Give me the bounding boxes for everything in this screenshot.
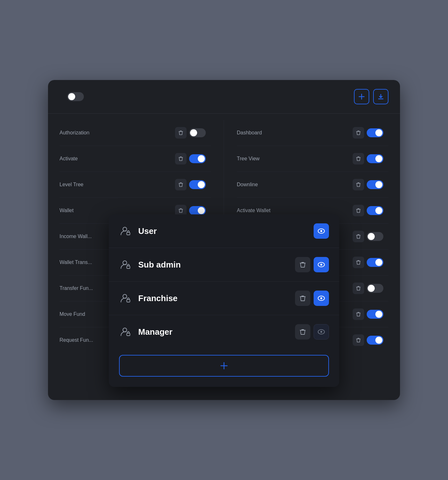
role-delete-button[interactable] [295,257,310,272]
role-delete-button[interactable] [295,324,310,340]
role-label: Franchise [138,293,289,303]
trash-icon [179,156,183,161]
permission-toggle[interactable] [367,206,383,215]
role-label: Manager [138,327,289,337]
delete-button[interactable] [353,231,364,242]
delete-button[interactable] [175,179,187,190]
permission-row: Authorization [60,120,211,146]
delete-button[interactable] [353,334,364,346]
permission-label: Authorization [60,130,175,136]
role-view-button[interactable] [314,324,329,340]
row-actions [353,231,383,242]
role-view-button[interactable] [314,223,329,239]
permission-label: Activate [60,156,175,162]
delete-button[interactable] [353,257,364,268]
row-actions [353,257,383,268]
toggle-knob [68,93,75,100]
toggle-knob [198,155,205,162]
role-view-button[interactable] [314,257,329,272]
svg-point-15 [123,328,127,332]
role-label: Sub admin [138,260,289,270]
role-actions [314,223,329,239]
trash-icon [356,286,361,291]
delete-button[interactable] [353,205,364,216]
delete-button[interactable] [353,283,364,294]
trash-icon [356,338,361,343]
row-actions [175,127,206,139]
user-lock-icon [119,258,132,271]
toggle-knob [198,181,205,188]
check-all-toggle[interactable] [67,92,84,101]
permission-row: Activate [60,146,211,172]
toggle-knob [375,181,382,188]
permission-toggle[interactable] [189,154,206,163]
svg-point-11 [123,294,127,298]
trash-icon [356,312,361,317]
permission-toggle[interactable] [367,258,383,267]
role-actions [295,291,329,306]
permission-label: Tree View [237,156,353,162]
permission-toggle[interactable] [367,180,383,189]
permission-toggle[interactable] [189,128,206,137]
user-lock-icon [119,325,132,338]
role-delete-button[interactable] [295,291,310,306]
toggle-knob [198,207,205,214]
delete-button[interactable] [353,127,364,139]
download-button[interactable] [373,89,388,104]
svg-rect-16 [127,333,130,336]
user-lock-icon [119,292,132,305]
trash-icon [356,182,361,187]
toggle-knob [375,155,382,162]
delete-button[interactable] [175,127,187,139]
row-actions [353,283,383,294]
row-actions [353,205,383,216]
permission-toggle[interactable] [367,128,383,137]
svg-rect-12 [127,300,130,302]
delete-button[interactable] [353,179,364,190]
delete-button[interactable] [353,153,364,164]
svg-rect-4 [127,232,130,235]
toggle-knob [368,285,375,292]
permission-label: Level Tree [60,182,175,188]
role-view-button[interactable] [314,291,329,306]
permission-toggle[interactable] [367,154,383,163]
eye-icon [318,262,325,267]
role-item: Franchise [109,282,339,315]
permission-toggle[interactable] [367,310,383,319]
permission-toggle[interactable] [189,206,206,215]
svg-point-3 [123,227,127,231]
header-actions [354,89,388,104]
permission-label: Downline [237,182,353,188]
check-all-toggle-wrapper [67,92,88,101]
toggle-knob [375,259,382,266]
row-actions [175,153,206,164]
svg-rect-8 [127,266,130,268]
delete-button[interactable] [175,153,187,164]
toggle-knob [375,311,382,318]
delete-button[interactable] [353,308,364,320]
add-role-button[interactable] [119,355,329,377]
eye-icon [318,329,325,334]
permission-toggle[interactable] [367,336,383,345]
permission-toggle[interactable] [189,180,206,189]
role-item: User [109,214,339,248]
trash-icon [300,295,306,301]
toggle-knob [368,233,375,240]
add-button[interactable] [354,89,369,104]
trash-icon [300,329,306,335]
user-lock-icon [119,225,132,237]
trash-icon [300,261,306,268]
row-actions [353,127,383,139]
row-actions [353,179,383,190]
permission-label: Activate Wallet [237,208,353,213]
trash-icon [179,130,183,135]
svg-point-7 [123,261,127,265]
trash-icon [356,208,361,213]
toggle-knob [190,129,197,136]
permission-toggle[interactable] [367,232,383,241]
role-actions [295,324,329,340]
permission-toggle[interactable] [367,284,383,293]
row-actions [175,179,206,190]
row-actions [353,334,383,346]
permission-row: Dashboard [237,120,388,146]
